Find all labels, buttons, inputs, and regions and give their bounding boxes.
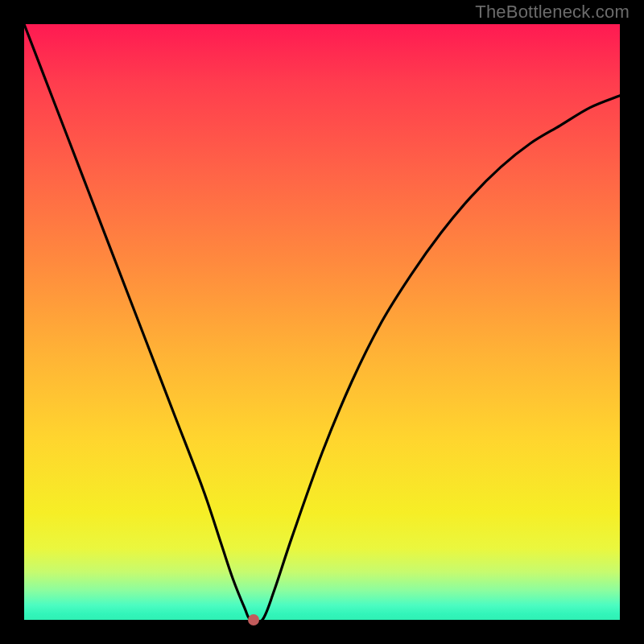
plot-area bbox=[24, 24, 620, 620]
bottleneck-curve bbox=[24, 24, 620, 620]
watermark-text: TheBottleneck.com bbox=[475, 2, 630, 23]
minimum-marker bbox=[248, 614, 259, 625]
chart-frame: TheBottleneck.com bbox=[0, 0, 644, 644]
curve-path bbox=[24, 24, 620, 622]
